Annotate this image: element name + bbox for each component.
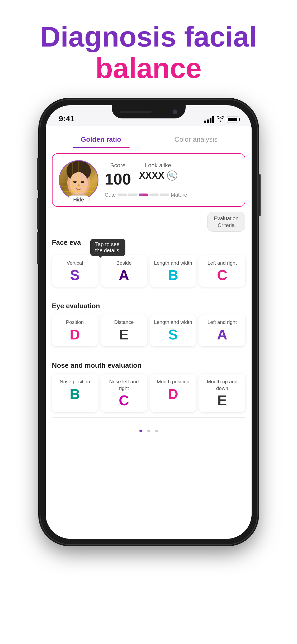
face-card-lengthwidth-label: Length and width — [154, 260, 192, 266]
page-dot-1 — [139, 430, 142, 432]
mouth-card-position[interactable]: Mouth position D — [150, 374, 196, 412]
face-card-leftright[interactable]: Left and right C — [199, 255, 245, 287]
nose-card-position-grade: B — [70, 387, 80, 401]
avatar — [59, 160, 98, 200]
score-bar — [117, 194, 169, 196]
face-card-vertical[interactable]: Vertical S — [52, 255, 98, 287]
nose-card-leftright-label: Nose left and right — [104, 379, 144, 392]
phone-screen: 9:41 — [46, 105, 252, 539]
eval-criteria-wrap: EvaluationCriteria — [52, 212, 245, 232]
look-alike-label: Look alike — [145, 162, 171, 169]
mouth-card-updown-label: Mouth up and down — [202, 379, 243, 392]
divider-3 — [52, 417, 245, 418]
hero-title-line2: balance — [95, 52, 201, 84]
mouth-card-updown-grade: E — [217, 393, 227, 407]
eye-eval-grid: Position D Distance E Length and width S… — [52, 314, 245, 346]
notch-camera — [173, 109, 177, 114]
battery-icon — [227, 117, 238, 122]
avatar-wrap: Hide — [59, 160, 98, 200]
eval-criteria-button[interactable]: EvaluationCriteria — [207, 212, 245, 232]
face-card-lengthwidth[interactable]: Length and width B — [150, 255, 196, 287]
eye-card-leftright-grade: A — [217, 327, 227, 342]
look-alike-value: XXXX 🔍 — [139, 170, 177, 181]
eye-card-position-grade: D — [70, 327, 80, 342]
score-column: Score 100 — [105, 162, 131, 188]
eye-eval-section: Eye evaluation Position D Distance E Len… — [46, 298, 252, 346]
svg-point-3 — [73, 181, 76, 183]
nose-card-leftright[interactable]: Nose left and right C — [101, 374, 147, 412]
face-card-leftright-grade: C — [217, 268, 227, 282]
eye-eval-title: Eye evaluation — [52, 302, 245, 310]
face-card-lengthwidth-grade: B — [168, 268, 178, 282]
mouth-card-position-label: Mouth position — [157, 379, 190, 385]
eye-card-lengthwidth-grade: S — [168, 327, 178, 342]
mouth-card-position-grade: D — [168, 387, 178, 401]
search-icon[interactable]: 🔍 — [167, 171, 177, 181]
score-card: Hide Score 100 Look alike XXXX — [52, 153, 245, 207]
nose-mouth-grid: Nose position B Nose left and right C Mo… — [52, 374, 245, 412]
hide-button[interactable]: Hide — [68, 195, 89, 204]
face-eval-grid: Vertical S Beside A Length and width B L… — [52, 255, 245, 287]
nose-card-leftright-grade: C — [119, 393, 129, 407]
cute-label: Cute — [105, 192, 116, 198]
notch-speaker — [120, 111, 152, 113]
nose-mouth-title: Nose and mouth evaluation — [52, 361, 245, 370]
face-card-leftright-label: Left and right — [208, 260, 237, 266]
face-card-beside[interactable]: Beside A — [101, 255, 147, 287]
signal-icon — [204, 116, 214, 123]
status-icons — [204, 116, 238, 123]
page-dot-2 — [147, 430, 150, 432]
mature-label: Mature — [171, 192, 187, 198]
phone-notch — [112, 105, 186, 118]
score-info: Score 100 Look alike XXXX 🔍 Cute — [105, 162, 238, 198]
tab-golden-ratio[interactable]: Golden ratio — [54, 129, 149, 148]
eye-card-distance-label: Distance — [114, 319, 134, 326]
divider-1 — [52, 292, 245, 292]
nose-card-position[interactable]: Nose position B — [52, 374, 98, 412]
face-card-beside-label: Beside — [116, 260, 131, 266]
eye-card-lengthwidth-label: Length and width — [154, 319, 192, 326]
nose-card-position-label: Nose position — [60, 379, 90, 385]
score-label: Score — [110, 162, 125, 169]
wifi-icon — [217, 116, 224, 123]
tab-color-analysis[interactable]: Color analysis — [149, 129, 244, 148]
bottom-paging — [46, 423, 252, 439]
face-eval-section: Face eva Tap to seethe details. Vertical… — [46, 234, 252, 287]
mouth-card-updown[interactable]: Mouth up and down E — [199, 374, 245, 412]
look-alike-column: Look alike XXXX 🔍 — [139, 162, 177, 188]
divider-2 — [52, 352, 245, 352]
eye-card-lengthwidth[interactable]: Length and width S — [150, 314, 196, 346]
face-card-vertical-label: Vertical — [67, 260, 83, 266]
app-content[interactable]: Golden ratio Color analysis — [46, 126, 252, 539]
face-eval-title: Face eva — [52, 238, 81, 247]
hero-title: Diagnosis facial balance — [29, 21, 267, 84]
eye-card-distance-grade: E — [119, 327, 129, 342]
eye-card-position[interactable]: Position D — [52, 314, 98, 346]
eye-card-position-label: Position — [66, 319, 84, 326]
eye-card-leftright-label: Left and right — [208, 319, 237, 326]
nose-mouth-section: Nose and mouth evaluation Nose position … — [46, 357, 252, 412]
phone-mockup: 9:41 — [40, 100, 257, 544]
status-time: 9:41 — [59, 114, 75, 123]
score-bar-row: Cute Mature — [105, 192, 238, 198]
page-dot-3 — [155, 430, 158, 432]
score-columns: Score 100 Look alike XXXX 🔍 — [105, 162, 238, 188]
face-card-vertical-grade: S — [70, 268, 79, 282]
face-card-beside-grade: A — [119, 268, 129, 282]
tooltip-bubble: Tap to seethe details. — [90, 239, 125, 256]
eye-card-distance[interactable]: Distance E — [101, 314, 147, 346]
hero-title-line1: Diagnosis facial — [40, 21, 257, 53]
eye-card-leftright[interactable]: Left and right A — [199, 314, 245, 346]
tab-bar: Golden ratio Color analysis — [46, 129, 252, 148]
score-value: 100 — [105, 170, 131, 188]
svg-point-4 — [81, 181, 84, 183]
